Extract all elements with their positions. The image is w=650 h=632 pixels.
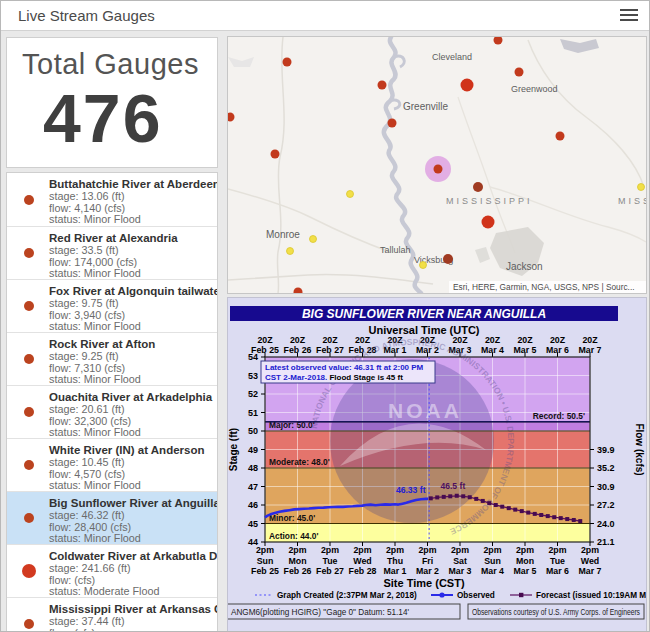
gauge-status-dot	[24, 460, 34, 470]
gauge-list-item[interactable]: Coldwater River at Arkabutla Damstage: 2…	[7, 544, 217, 597]
gauge-detail-line: flow: (cfs)	[49, 628, 213, 632]
map-marker-red[interactable]	[388, 119, 397, 128]
gauge-list-item[interactable]: Red River at Alexandriastage: 33.5 (ft)f…	[7, 226, 217, 279]
svg-text:Tue: Tue	[550, 556, 565, 566]
svg-text:30.9: 30.9	[597, 482, 615, 492]
svg-text:39.9: 39.9	[597, 445, 615, 455]
map-marker-red[interactable]	[515, 68, 524, 77]
gauge-detail-line: stage: 241.66 (ft)	[49, 563, 213, 575]
svg-text:20Z: 20Z	[257, 335, 273, 345]
map-marker-selected[interactable]	[434, 165, 443, 174]
map-place-label: Monroe	[266, 229, 300, 240]
svg-text:20Z: 20Z	[550, 335, 566, 345]
svg-text:Mar 4: Mar 4	[481, 566, 504, 576]
map-marker-dark-red[interactable]	[443, 254, 453, 264]
gauge-detail-line: stage: 9.75 (ft)	[49, 298, 213, 310]
latest-observed-info-box: Latest observed value: 46.31 ft at 2:00 …	[261, 361, 435, 383]
svg-text:2pm: 2pm	[516, 545, 534, 555]
map-marker-yellow[interactable]	[420, 262, 427, 269]
map-marker-red[interactable]	[271, 150, 280, 159]
svg-text:20Z: 20Z	[322, 335, 338, 345]
svg-text:Feb 27: Feb 27	[316, 566, 344, 576]
svg-text:2pm: 2pm	[418, 545, 436, 555]
svg-text:50: 50	[248, 426, 258, 436]
gauge-status-dot	[24, 301, 34, 311]
chart-legend: Graph Created (2:37PM Mar 2, 2018)Observ…	[255, 591, 646, 600]
gauge-status-dot	[24, 619, 34, 629]
map-marker-red[interactable]	[378, 81, 387, 90]
map-marker-red[interactable]	[228, 113, 235, 122]
gauge-list[interactable]: Buttahatchie River at Aberdeenstage: 13.…	[6, 172, 218, 632]
map-place-label: Tallulah	[380, 245, 411, 255]
svg-text:51: 51	[248, 408, 258, 418]
svg-text:Sat: Sat	[453, 556, 467, 566]
gauge-list-item[interactable]: Mississippi River at Arkansas Citystage:…	[7, 597, 217, 632]
gauge-list-item[interactable]: Fox River at Algonquin tailwaterstage: 9…	[7, 279, 217, 332]
map-marker-red-large[interactable]	[461, 79, 474, 92]
map-marker-yellow[interactable]	[310, 236, 317, 243]
svg-text:Mon: Mon	[288, 556, 306, 566]
gauge-status-dot	[22, 564, 36, 578]
svg-text:Forecast (issued 10:19AM Mar 2: Forecast (issued 10:19AM Mar 2)	[536, 591, 646, 600]
svg-text:45: 45	[248, 519, 258, 529]
svg-text:2pm: 2pm	[288, 545, 306, 555]
gauge-detail-line: status: Minor Flood	[49, 214, 213, 226]
map-place-label: MISSISSIPPI	[446, 196, 533, 206]
map-marker-dark-red[interactable]	[473, 182, 483, 192]
svg-text:Wed: Wed	[353, 556, 371, 566]
map-marker-red[interactable]	[494, 37, 503, 45]
svg-text:27.2: 27.2	[597, 500, 615, 510]
svg-text:2pm: 2pm	[353, 545, 371, 555]
svg-text:Feb 26: Feb 26	[284, 566, 312, 576]
hamburger-menu-icon[interactable]	[620, 9, 638, 23]
gauge-status-dot	[24, 195, 34, 205]
svg-text:Observed: Observed	[457, 591, 495, 600]
gauge-detail-line: stage: 9.25 (ft)	[49, 351, 213, 363]
map-place-labels: ClevelandGreenwoodGreenvilleMonroeTallul…	[266, 52, 646, 272]
svg-text:47: 47	[248, 482, 258, 492]
svg-text:CST 2-Mar-2018. Flood Stage is: CST 2-Mar-2018. Flood Stage is 45 ft	[265, 373, 403, 382]
svg-text:Feb 25: Feb 25	[251, 566, 279, 576]
gauge-list-item[interactable]: Rock River at Aftonstage: 9.25 (ft)flow:…	[7, 332, 217, 385]
svg-text:Tue: Tue	[323, 556, 338, 566]
map-place-label: Greenville	[403, 101, 448, 112]
map-marker-red[interactable]	[283, 58, 292, 67]
page-title: Live Stream Gauges	[18, 7, 155, 24]
total-gauges-card: Total Gauges 476	[6, 37, 218, 168]
map-marker-red[interactable]	[294, 288, 303, 294]
gauge-status-dot	[24, 513, 34, 523]
gauge-list-item[interactable]: White River (IN) at Andersonstage: 10.45…	[7, 438, 217, 491]
svg-text:Mar 1: Mar 1	[384, 566, 407, 576]
map-marker-yellow[interactable]	[347, 191, 354, 198]
svg-text:2pm: 2pm	[386, 545, 404, 555]
svg-text:2pm: 2pm	[581, 545, 599, 555]
flood-zone-label: Moderate: 48.0'	[269, 457, 330, 467]
map-marker-yellow[interactable]	[287, 248, 294, 255]
svg-text:35.2: 35.2	[597, 463, 615, 473]
svg-text:Sun: Sun	[484, 556, 501, 566]
map-marker-red-large[interactable]	[482, 216, 495, 229]
record-line-label: Record: 50.5'	[533, 411, 585, 421]
svg-text:20Z: 20Z	[485, 335, 501, 345]
svg-text:Thu: Thu	[387, 556, 403, 566]
svg-text:20Z: 20Z	[290, 335, 306, 345]
svg-text:Mar 6: Mar 6	[546, 566, 569, 576]
gauge-status-dot	[24, 354, 34, 364]
gauge-detail-line: stage: 37.44 (ft)	[49, 616, 213, 628]
svg-text:Mar 2: Mar 2	[416, 566, 439, 576]
map-canvas[interactable]: ClevelandGreenwoodGreenvilleMonroeTallul…	[227, 36, 647, 294]
gauge-list-item[interactable]: Buttahatchie River at Aberdeenstage: 13.…	[7, 173, 217, 226]
gauge-list-item[interactable]: Ouachita River at Arkadelphiastage: 20.6…	[7, 385, 217, 438]
gauge-list-item[interactable]: Big Sunflower River at Anguillastage: 46…	[7, 491, 217, 544]
svg-text:24.0: 24.0	[597, 519, 615, 529]
svg-text:Feb 28: Feb 28	[349, 566, 377, 576]
map-marker-yellow[interactable]	[638, 184, 645, 191]
map-marker-red[interactable]	[556, 132, 565, 141]
hydrograph-panel: BIG SUNFLOWER RIVER NEAR ANGUILLAUnivers…	[227, 297, 647, 632]
map-place-label: Greenwood	[511, 84, 558, 94]
live-stream-gauges-app: Live Stream Gauges Total Gauges 476 Butt…	[0, 0, 650, 632]
hydrograph-chart: BIG SUNFLOWER RIVER NEAR ANGUILLAUnivers…	[228, 298, 646, 632]
svg-text:20Z: 20Z	[582, 335, 598, 345]
svg-text:20Z: 20Z	[452, 335, 468, 345]
svg-text:2pm: 2pm	[483, 545, 501, 555]
